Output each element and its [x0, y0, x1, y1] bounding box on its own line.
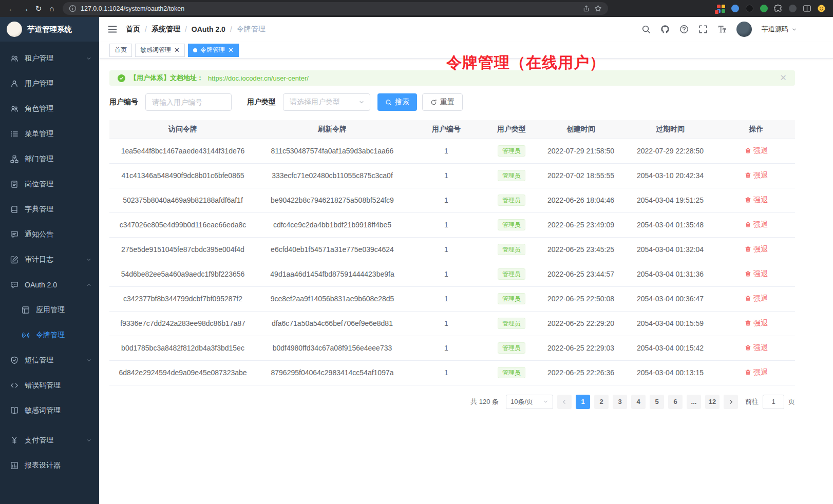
user-type-select[interactable]: 请选择用户类型 — [283, 93, 370, 111]
extensions-grid-icon[interactable] — [716, 4, 725, 13]
tab-oauth2-token[interactable]: 令牌管理✕ — [188, 44, 239, 57]
force-logout-button[interactable]: 强退 — [745, 196, 768, 205]
share-icon[interactable] — [582, 5, 590, 12]
breadcrumb-item[interactable]: 首页 — [126, 25, 140, 34]
sidebar-item-audit-log[interactable]: 审计日志 — [0, 247, 99, 272]
tab-sensitive-word[interactable]: 敏感词管理✕ — [135, 44, 185, 57]
refresh-token-cell: 8796295f04064c2983414cc54af1097a — [256, 360, 408, 385]
force-logout-button[interactable]: 强退 — [745, 269, 768, 279]
force-logout-button[interactable]: 强退 — [745, 343, 768, 353]
page-button-1[interactable]: 1 — [576, 395, 590, 409]
sidebar-item-oauth2-token[interactable]: 令牌管理 — [0, 322, 99, 347]
force-logout-button[interactable]: 强退 — [745, 368, 768, 377]
user-type-badge: 管理员 — [498, 367, 525, 378]
user-type-cell: 管理员 — [484, 163, 539, 188]
yen-icon — [10, 436, 18, 444]
sidebar-item-sensitive-word[interactable]: 敏感词管理 — [0, 398, 99, 423]
user-type-cell: 管理员 — [484, 311, 539, 336]
trash-icon — [745, 197, 751, 203]
profile-avatar-icon[interactable] — [817, 4, 826, 13]
split-view-icon[interactable] — [803, 4, 811, 13]
extension-badge — [714, 10, 719, 14]
sidebar-item-oauth2[interactable]: OAuth 2.0 — [0, 272, 99, 297]
page-size-select[interactable]: 10条/页 — [506, 395, 553, 409]
created-at-cell: 2022-07-02 18:55:55 — [539, 163, 623, 188]
user-avatar[interactable] — [736, 22, 752, 37]
site-info-icon[interactable] — [69, 5, 77, 12]
sidebar-toggle-icon[interactable] — [107, 24, 118, 34]
sidebar-item-report-designer[interactable]: 报表设计器 — [0, 453, 99, 478]
goto-page-input[interactable] — [763, 395, 784, 409]
page-button-5[interactable]: 5 — [650, 395, 664, 409]
sidebar-item-tenant[interactable]: 租户管理 — [0, 46, 99, 71]
sidebar-item-label: 通知公告 — [25, 230, 92, 239]
browser-home-button[interactable]: ⌂ — [45, 3, 59, 15]
puzzle-extensions-icon[interactable] — [774, 4, 783, 13]
alert-close-icon[interactable]: ✕ — [780, 74, 787, 82]
sidebar-item-oauth2-app[interactable]: 应用管理 — [0, 297, 99, 322]
action-cell: 强退 — [717, 311, 795, 336]
prev-page-button[interactable] — [557, 395, 572, 409]
tab-close-icon[interactable]: ✕ — [228, 47, 234, 53]
created-at-cell: 2022-07-29 21:58:50 — [539, 139, 623, 163]
comment-icon — [10, 281, 18, 289]
sidebar-item-dict[interactable]: 字典管理 — [0, 197, 99, 222]
force-logout-button[interactable]: 强退 — [745, 220, 768, 229]
page-button-4[interactable]: 4 — [631, 395, 646, 409]
browser-reload-button[interactable]: ↻ — [32, 3, 45, 15]
bookmark-star-icon[interactable] — [594, 5, 602, 12]
more-pages-button[interactable]: ... — [687, 395, 701, 409]
sidebar-item-role[interactable]: 角色管理 — [0, 96, 99, 121]
user-menu[interactable]: 芋道源码 — [762, 25, 797, 34]
user-type-badge: 管理员 — [498, 219, 525, 230]
github-icon[interactable] — [660, 25, 670, 34]
sidebar-item-post[interactable]: 岗位管理 — [0, 171, 99, 197]
tab-home[interactable]: 首页 — [109, 44, 132, 57]
next-page-button[interactable] — [724, 395, 738, 409]
extension-gray-icon[interactable] — [788, 4, 797, 13]
user-id-cell: 1 — [408, 262, 484, 286]
page-button-6[interactable]: 6 — [668, 395, 683, 409]
sidebar-item-sms[interactable]: 短信管理 — [0, 347, 99, 373]
search-icon[interactable] — [641, 25, 651, 34]
fullscreen-icon[interactable] — [698, 25, 708, 34]
refresh-token-cell: cdfc4ce9c2da4bb1bdf21b9918ff4be5 — [256, 212, 408, 237]
page-button-3[interactable]: 3 — [613, 395, 627, 409]
force-logout-button[interactable]: 强退 — [745, 319, 768, 328]
refresh-token-cell: e6cfd40eb1f54571a31e775e039c4624 — [256, 237, 408, 262]
tab-close-icon[interactable]: ✕ — [174, 47, 180, 53]
reset-button[interactable]: 重置 — [422, 93, 463, 111]
sidebar-item-pay[interactable]: 支付管理 — [0, 428, 99, 453]
sidebar-item-notice[interactable]: 通知公告 — [0, 222, 99, 247]
sidebar-item-dept[interactable]: 部门管理 — [0, 146, 99, 171]
page-button-12[interactable]: 12 — [705, 395, 720, 409]
alert-text: 【用户体系】文档地址： — [130, 73, 203, 83]
doc-link[interactable]: https://doc.iocoder.cn/user-center/ — [208, 74, 309, 82]
extension-green-icon[interactable] — [760, 4, 768, 13]
page-button-2[interactable]: 2 — [594, 395, 609, 409]
action-cell: 强退 — [717, 262, 795, 286]
sidebar-item-menu[interactable]: 菜单管理 — [0, 121, 99, 146]
breadcrumb: 首页/系统管理/OAuth 2.0/令牌管理 — [126, 25, 266, 34]
user-id-input[interactable] — [145, 93, 232, 111]
breadcrumb-item[interactable]: 系统管理 — [152, 25, 180, 34]
app-logo[interactable]: 芋道管理系统 — [0, 17, 99, 42]
refresh-token-cell: 333ecfc71e02480cb11055c875c3ca0f — [256, 163, 408, 188]
browser-forward-button[interactable]: → — [18, 3, 32, 15]
force-logout-button[interactable]: 强退 — [745, 146, 768, 156]
force-logout-button[interactable]: 强退 — [745, 245, 768, 254]
force-logout-button[interactable]: 强退 — [745, 294, 768, 303]
breadcrumb-item[interactable]: OAuth 2.0 — [192, 25, 225, 33]
search-button[interactable]: 搜索 — [377, 93, 417, 111]
extension-dark-icon[interactable] — [745, 4, 754, 13]
access-token-cell: c342377bf8b344799dcbf7bf095287f2 — [109, 286, 256, 311]
url-bar[interactable]: 127.0.0.1:1024/system/oauth2/token — [63, 2, 608, 15]
user-type-cell: 管理员 — [484, 262, 539, 286]
force-logout-button[interactable]: 强退 — [745, 171, 768, 180]
sidebar-item-user[interactable]: 用户管理 — [0, 71, 99, 96]
font-size-icon[interactable] — [717, 25, 727, 34]
browser-back-button[interactable]: ← — [5, 3, 18, 15]
extension-blue-icon[interactable] — [731, 4, 740, 13]
help-icon[interactable] — [679, 25, 689, 34]
sidebar-item-error-code[interactable]: 错误码管理 — [0, 373, 99, 398]
